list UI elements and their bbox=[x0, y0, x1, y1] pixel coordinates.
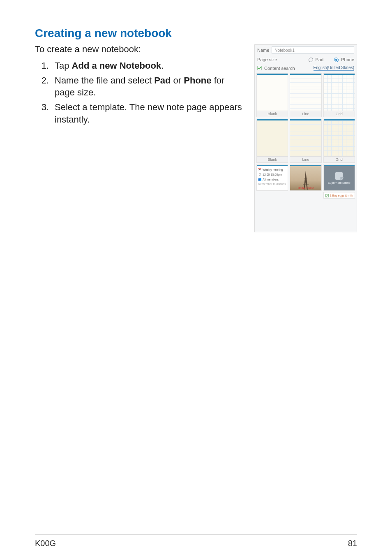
template-grid-row1: Blank Line Grid bbox=[255, 72, 357, 118]
footer-model: K00G bbox=[35, 539, 56, 548]
radio-phone-label: Phone bbox=[341, 57, 354, 62]
page-size-row: Page size Pad Phone bbox=[255, 56, 357, 64]
note-icon bbox=[335, 172, 343, 180]
people-icon: 👥 bbox=[258, 178, 261, 181]
meeting-who: All members bbox=[263, 178, 279, 181]
step-3: 3. Select a template. The new note page … bbox=[35, 101, 247, 125]
step-text: Tap Add a new Notebook. bbox=[55, 60, 247, 72]
paris-caption: Hello Paris! bbox=[290, 187, 321, 190]
new-notebook-dialog: Name Page size Pad Phone Content search … bbox=[254, 44, 357, 232]
radio-pad-label: Pad bbox=[316, 57, 324, 62]
template-grid-row3: 📅Weekly meeting ⏱12:00-15:00pm 👥All memb… bbox=[255, 164, 357, 192]
step-post: . bbox=[161, 60, 164, 71]
step-pre: Tap bbox=[55, 60, 72, 71]
template-label: Grid bbox=[324, 157, 355, 162]
template-line[interactable]: Line bbox=[290, 73, 321, 117]
template-grid[interactable]: Grid bbox=[323, 73, 355, 117]
meeting-time: 12:00-15:00pm bbox=[263, 173, 282, 176]
steps-list: 1. Tap Add a new Notebook. 2. Name the f… bbox=[35, 60, 247, 125]
language-selector[interactable]: English(United States) bbox=[314, 65, 355, 71]
template-line-cream[interactable]: Line bbox=[290, 119, 321, 163]
template-todo[interactable]: ✓ 1 Buy eggs & milk bbox=[323, 192, 355, 199]
step-mid: or bbox=[171, 75, 184, 86]
check-icon bbox=[258, 66, 261, 70]
step-number: 3. bbox=[37, 101, 49, 125]
content-search-label: Content search bbox=[264, 66, 295, 71]
todo-text: 1 Buy eggs & milk bbox=[330, 194, 353, 197]
notebook-name-input[interactable] bbox=[272, 46, 354, 54]
template-label: Line bbox=[290, 111, 321, 117]
content-search-checkbox[interactable] bbox=[257, 66, 262, 70]
calendar-icon: 📅 bbox=[258, 168, 261, 171]
template-grid-cream[interactable]: Grid bbox=[323, 119, 355, 163]
name-row: Name bbox=[255, 45, 357, 56]
template-label: Blank bbox=[257, 157, 288, 162]
section-heading: Creating a new notebook bbox=[35, 27, 357, 40]
meeting-title: Weekly meeting bbox=[263, 168, 283, 171]
page-size-label: Page size bbox=[257, 57, 277, 62]
checkbox-icon: ✓ bbox=[325, 194, 329, 197]
page-footer: K00G 81 bbox=[35, 534, 357, 548]
step-bold: Phone bbox=[184, 75, 211, 86]
template-grid-row2: Blank Line Grid bbox=[255, 118, 357, 164]
step-text: Name the file and select Pad or Phone fo… bbox=[55, 74, 247, 99]
template-label: Line bbox=[290, 157, 321, 162]
step-text: Select a template. The new note page app… bbox=[55, 101, 247, 125]
step-bold: Add a new Notebook bbox=[72, 60, 161, 71]
memo-label: SuperNote Memo bbox=[328, 181, 350, 184]
template-blank[interactable]: Blank bbox=[256, 73, 288, 117]
step-number: 2. bbox=[37, 74, 49, 99]
step-pre: Name the file and select bbox=[55, 75, 154, 86]
footer-page-number: 81 bbox=[348, 539, 357, 548]
template-blank-cream[interactable]: Blank bbox=[256, 119, 288, 163]
template-meeting[interactable]: 📅Weekly meeting ⏱12:00-15:00pm 👥All memb… bbox=[256, 164, 288, 191]
clock-icon: ⏱ bbox=[258, 173, 261, 176]
step-2: 2. Name the file and select Pad or Phone… bbox=[35, 74, 247, 99]
step-bold: Pad bbox=[154, 75, 171, 86]
step-1: 1. Tap Add a new Notebook. bbox=[35, 60, 247, 72]
name-label: Name bbox=[257, 48, 269, 53]
template-grid-row3b: ✓ 1 Buy eggs & milk bbox=[255, 192, 357, 199]
step-number: 1. bbox=[37, 60, 49, 72]
template-label: Blank bbox=[257, 111, 288, 117]
radio-pad[interactable] bbox=[309, 58, 313, 62]
meeting-note: Remember to discuss bbox=[258, 183, 286, 185]
template-memo[interactable]: SuperNote Memo bbox=[323, 164, 355, 191]
content-search-row: Content search English(United States) bbox=[255, 64, 357, 72]
radio-phone[interactable] bbox=[334, 58, 339, 62]
template-paris[interactable]: Hello Paris! bbox=[290, 164, 321, 191]
template-label: Grid bbox=[324, 111, 355, 117]
